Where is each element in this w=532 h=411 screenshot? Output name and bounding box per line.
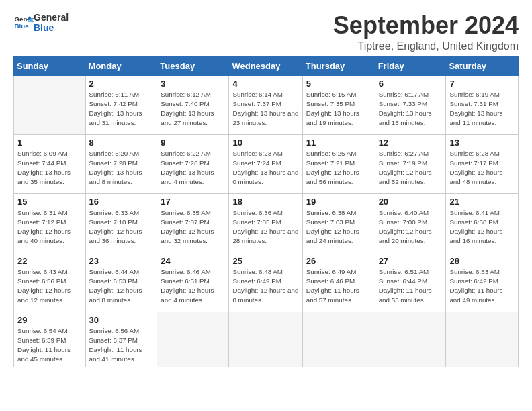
- day-number: 19: [306, 197, 371, 207]
- table-row: 3Sunrise: 6:12 AM Sunset: 7:40 PM Daylig…: [157, 75, 229, 134]
- header-thursday: Thursday: [302, 56, 375, 75]
- day-info: Sunrise: 6:40 AM Sunset: 7:00 PM Dayligh…: [379, 208, 443, 246]
- table-row: 28Sunrise: 6:53 AM Sunset: 6:42 PM Dayli…: [446, 253, 519, 312]
- day-number: 24: [161, 256, 225, 266]
- page-title: September 2024: [333, 12, 519, 39]
- day-info: Sunrise: 6:46 AM Sunset: 6:51 PM Dayligh…: [161, 267, 225, 306]
- table-row: 29Sunrise: 6:54 AM Sunset: 6:39 PM Dayli…: [14, 312, 86, 367]
- table-row: 13Sunrise: 6:28 AM Sunset: 7:17 PM Dayli…: [446, 134, 519, 193]
- table-row: 11Sunrise: 6:25 AM Sunset: 7:21 PM Dayli…: [302, 134, 375, 193]
- day-number: 22: [17, 256, 82, 266]
- day-number: 6: [379, 79, 443, 89]
- day-number: 29: [17, 315, 82, 325]
- day-number: 7: [449, 79, 515, 89]
- table-row: 16Sunrise: 6:33 AM Sunset: 7:10 PM Dayli…: [85, 193, 157, 253]
- day-info: Sunrise: 6:14 AM Sunset: 7:37 PM Dayligh…: [232, 90, 298, 128]
- day-info: Sunrise: 6:49 AM Sunset: 6:46 PM Dayligh…: [306, 267, 371, 306]
- day-number: 5: [306, 79, 371, 89]
- logo: General Blue General Blue: [13, 12, 69, 34]
- day-info: Sunrise: 6:09 AM Sunset: 7:44 PM Dayligh…: [17, 149, 82, 187]
- day-info: Sunrise: 6:33 AM Sunset: 7:10 PM Dayligh…: [89, 208, 154, 246]
- day-number: 11: [306, 138, 371, 148]
- day-number: 4: [232, 79, 298, 89]
- day-number: 21: [449, 197, 515, 207]
- day-info: Sunrise: 6:23 AM Sunset: 7:24 PM Dayligh…: [232, 149, 298, 187]
- table-row: 9Sunrise: 6:22 AM Sunset: 7:26 PM Daylig…: [157, 134, 229, 193]
- day-info: Sunrise: 6:22 AM Sunset: 7:26 PM Dayligh…: [161, 149, 225, 187]
- day-info: Sunrise: 6:12 AM Sunset: 7:40 PM Dayligh…: [161, 90, 225, 128]
- table-row: 4Sunrise: 6:14 AM Sunset: 7:37 PM Daylig…: [229, 75, 302, 134]
- day-number: 15: [17, 197, 82, 207]
- table-row: 2Sunrise: 6:11 AM Sunset: 7:42 PM Daylig…: [85, 75, 157, 134]
- header-tuesday: Tuesday: [157, 56, 229, 75]
- day-number: 10: [232, 138, 298, 148]
- day-info: Sunrise: 6:11 AM Sunset: 7:42 PM Dayligh…: [89, 90, 154, 128]
- day-info: Sunrise: 6:17 AM Sunset: 7:33 PM Dayligh…: [379, 90, 443, 128]
- day-info: Sunrise: 6:19 AM Sunset: 7:31 PM Dayligh…: [449, 90, 515, 128]
- day-info: Sunrise: 6:56 AM Sunset: 6:37 PM Dayligh…: [89, 326, 154, 365]
- logo-line2: Blue: [34, 23, 69, 33]
- calendar-table: Sunday Monday Tuesday Wednesday Thursday…: [13, 56, 519, 368]
- day-info: Sunrise: 6:48 AM Sunset: 6:49 PM Dayligh…: [232, 267, 298, 306]
- table-row: 7Sunrise: 6:19 AM Sunset: 7:31 PM Daylig…: [446, 75, 519, 134]
- table-row: [302, 312, 375, 367]
- table-row: 21Sunrise: 6:41 AM Sunset: 6:58 PM Dayli…: [446, 193, 519, 253]
- table-row: 1Sunrise: 6:09 AM Sunset: 7:44 PM Daylig…: [14, 134, 86, 193]
- header-monday: Monday: [85, 56, 157, 75]
- table-row: 10Sunrise: 6:23 AM Sunset: 7:24 PM Dayli…: [229, 134, 302, 193]
- header-wednesday: Wednesday: [229, 56, 302, 75]
- table-row: 30Sunrise: 6:56 AM Sunset: 6:37 PM Dayli…: [85, 312, 157, 367]
- logo-line1: General: [34, 13, 69, 23]
- day-info: Sunrise: 6:41 AM Sunset: 6:58 PM Dayligh…: [449, 208, 515, 246]
- location-subtitle: Tiptree, England, United Kingdom: [333, 40, 519, 52]
- day-info: Sunrise: 6:28 AM Sunset: 7:17 PM Dayligh…: [449, 149, 515, 187]
- day-info: Sunrise: 6:35 AM Sunset: 7:07 PM Dayligh…: [161, 208, 225, 246]
- day-number: 12: [379, 138, 443, 148]
- day-number: 1: [17, 138, 82, 148]
- table-row: 19Sunrise: 6:38 AM Sunset: 7:03 PM Dayli…: [302, 193, 375, 253]
- day-number: 16: [89, 197, 154, 207]
- table-row: 23Sunrise: 6:44 AM Sunset: 6:53 PM Dayli…: [85, 253, 157, 312]
- table-row: 20Sunrise: 6:40 AM Sunset: 7:00 PM Dayli…: [375, 193, 446, 253]
- day-info: Sunrise: 6:54 AM Sunset: 6:39 PM Dayligh…: [17, 326, 82, 365]
- day-info: Sunrise: 6:31 AM Sunset: 7:12 PM Dayligh…: [17, 208, 82, 246]
- day-number: 17: [161, 197, 225, 207]
- day-number: 27: [379, 256, 443, 266]
- table-row: 26Sunrise: 6:49 AM Sunset: 6:46 PM Dayli…: [302, 253, 375, 312]
- table-row: 25Sunrise: 6:48 AM Sunset: 6:49 PM Dayli…: [229, 253, 302, 312]
- day-number: 18: [232, 197, 298, 207]
- day-number: 3: [161, 79, 225, 89]
- day-number: 9: [161, 138, 225, 148]
- table-row: [446, 312, 519, 367]
- day-number: 8: [89, 138, 154, 148]
- calendar-header-row: Sunday Monday Tuesday Wednesday Thursday…: [14, 56, 519, 75]
- day-info: Sunrise: 6:15 AM Sunset: 7:35 PM Dayligh…: [306, 90, 371, 128]
- table-row: 22Sunrise: 6:43 AM Sunset: 6:56 PM Dayli…: [14, 253, 86, 312]
- day-info: Sunrise: 6:44 AM Sunset: 6:53 PM Dayligh…: [89, 267, 154, 306]
- day-number: 25: [232, 256, 298, 266]
- table-row: [14, 75, 86, 134]
- header-sunday: Sunday: [14, 56, 86, 75]
- day-number: 13: [449, 138, 515, 148]
- svg-text:Blue: Blue: [15, 22, 30, 30]
- table-row: [229, 312, 302, 367]
- day-info: Sunrise: 6:51 AM Sunset: 6:44 PM Dayligh…: [379, 267, 443, 306]
- day-number: 30: [89, 315, 154, 325]
- day-info: Sunrise: 6:38 AM Sunset: 7:03 PM Dayligh…: [306, 208, 371, 246]
- day-info: Sunrise: 6:43 AM Sunset: 6:56 PM Dayligh…: [17, 267, 82, 306]
- table-row: [375, 312, 446, 367]
- table-row: 12Sunrise: 6:27 AM Sunset: 7:19 PM Dayli…: [375, 134, 446, 193]
- table-row: [157, 312, 229, 367]
- table-row: 5Sunrise: 6:15 AM Sunset: 7:35 PM Daylig…: [302, 75, 375, 134]
- table-row: 24Sunrise: 6:46 AM Sunset: 6:51 PM Dayli…: [157, 253, 229, 312]
- day-info: Sunrise: 6:36 AM Sunset: 7:05 PM Dayligh…: [232, 208, 298, 246]
- day-number: 20: [379, 197, 443, 207]
- table-row: 17Sunrise: 6:35 AM Sunset: 7:07 PM Dayli…: [157, 193, 229, 253]
- day-number: 28: [449, 256, 515, 266]
- day-info: Sunrise: 6:53 AM Sunset: 6:42 PM Dayligh…: [449, 267, 515, 306]
- day-info: Sunrise: 6:20 AM Sunset: 7:28 PM Dayligh…: [89, 149, 154, 187]
- day-number: 2: [89, 79, 154, 89]
- header-saturday: Saturday: [446, 56, 519, 75]
- header-friday: Friday: [375, 56, 446, 75]
- day-number: 26: [306, 256, 371, 266]
